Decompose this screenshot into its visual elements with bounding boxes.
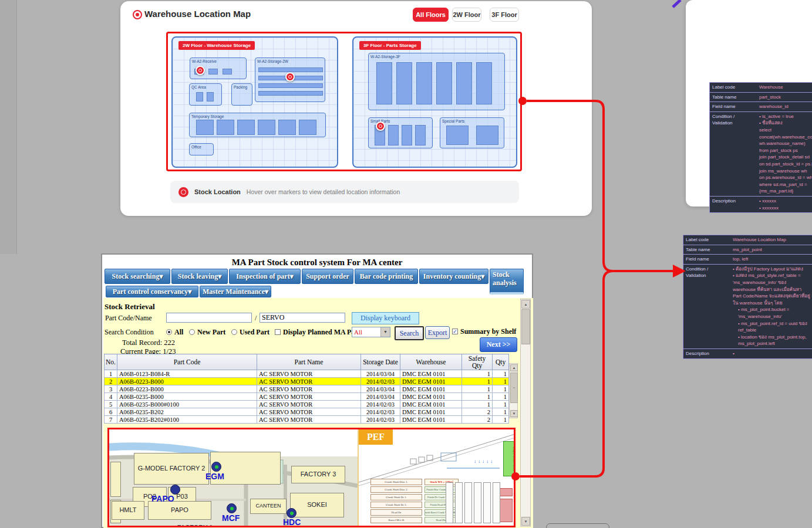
part-code-input[interactable] <box>166 313 252 323</box>
map-marker-papo-icon[interactable] <box>170 485 180 495</box>
marker-label-mcf: MCF <box>222 513 240 523</box>
stock-marker-icon[interactable] <box>376 121 385 131</box>
table-row[interactable]: 5A06B-0235-B000#0100AC SERVO MOTOR2014/0… <box>105 401 509 408</box>
scroll-down-icon[interactable]: ▼ <box>510 410 518 417</box>
col-warehouse[interactable]: Warehouse <box>400 354 462 370</box>
building-sokei: SOKEI <box>290 493 344 517</box>
menu-item-stock-leaving-[interactable]: Stock leaving▾ <box>171 269 228 284</box>
shelf-bar <box>299 120 316 135</box>
spec-table-warehouse: Label code Warehouse Table name part_sto… <box>709 82 812 213</box>
radio-new-part[interactable] <box>189 329 195 335</box>
shelf-bar <box>196 92 203 101</box>
table-cell: DMC EGM 0101 <box>400 416 462 424</box>
stock-marker-icon[interactable] <box>285 72 295 82</box>
part-name-input[interactable]: SERVO <box>260 313 345 323</box>
col-qty[interactable]: Qty <box>493 354 509 370</box>
col-part-name[interactable]: Part Name <box>257 354 361 370</box>
table-cell: 1 <box>105 370 117 378</box>
table-row[interactable]: 3A06B-0223-B000AC SERVO MOTOR2014/03/04D… <box>105 385 509 393</box>
table-row[interactable]: 4A06B-0235-B000AC SERVO MOTOR2014/03/04D… <box>105 393 509 401</box>
location-pin-icon <box>133 10 142 19</box>
display-keyboard-button[interactable]: Display keyboard <box>352 312 419 324</box>
stock-marker-icon[interactable] <box>196 66 205 75</box>
radio-all[interactable] <box>166 329 172 335</box>
menu-bar-row2: Part control conservancy▾Master Maintena… <box>106 286 271 297</box>
scrollbar-thumb[interactable]: ≡ <box>510 373 518 403</box>
table-cell: 2 <box>462 408 493 416</box>
factory-map-region: 2W G-MODEL FACTORY 2 PO2 P03 FACTORY 3 H… <box>107 428 515 527</box>
empty-basket-stock-box: Empty Basket Stock <box>503 441 514 476</box>
table-row[interactable]: 7A06B-0235-B202#0100AC SERVO MOTOR2014/0… <box>105 416 509 424</box>
table-row[interactable]: 1A06B-0123-B084-RAC SERVO MOTOR2014/03/0… <box>105 370 509 378</box>
window-scrollbar[interactable]: ▲ ▼ <box>520 299 531 527</box>
table-cell: 2 <box>462 416 493 424</box>
search-button[interactable]: Search <box>395 326 424 340</box>
menu-item-inventory-counting-[interactable]: Inventory counting▾ <box>419 269 488 284</box>
menu-item-stock-searching-[interactable]: Stock searching▾ <box>105 269 170 284</box>
pef-rack-column <box>455 482 463 523</box>
spec-table-plot-point: Label code Warehouse Location Map Table … <box>683 235 812 359</box>
table-row[interactable]: 2A06B-0223-B000AC SERVO MOTOR2014/02/03D… <box>105 378 509 385</box>
table-row[interactable]: 6A06B-0235-B202AC SERVO MOTOR2014/02/03D… <box>105 408 509 416</box>
map-marker-egm-icon[interactable] <box>211 462 221 472</box>
screenshot-stage: Warehouse Location Map All Floors 2W Flo… <box>0 0 812 528</box>
shelf-bar <box>446 126 469 145</box>
filter-3f-floor-button[interactable]: 3F Floor <box>490 8 519 22</box>
table-scrollbar[interactable]: ▲ ≡ ▼ <box>509 363 518 418</box>
stock-retrieval-panel: Stock Retrieval Part Code/Name / SERVO D… <box>103 298 533 528</box>
col-no[interactable]: No. <box>105 354 117 370</box>
table-cell: 6 <box>105 408 117 416</box>
spec-row: Label code Warehouse Location Map <box>683 235 812 245</box>
shelf-bar <box>223 69 232 75</box>
pef-area-label: Finish Disc Crank Shaft 1+2 <box>424 486 459 493</box>
spec-key: Table name <box>683 245 730 255</box>
pef-area-label: Finish Dr Crank Shaft 1+2 <box>424 494 459 500</box>
menu-item-inspection-of-part-[interactable]: Inspection of part▾ <box>229 269 301 284</box>
shelf-bar <box>388 125 399 145</box>
scrollbar-thumb[interactable] <box>521 309 530 344</box>
total-record-text: Total Record: 222 <box>122 339 175 347</box>
spec-row: Description xxxxxx xxxxxxx <box>710 197 812 212</box>
spec-value: top, left <box>730 255 812 264</box>
menu-item-support-order[interactable]: Support order <box>302 269 353 284</box>
filter-all-floors-button[interactable]: All Floors <box>413 8 449 22</box>
scroll-up-icon[interactable]: ▲ <box>510 364 518 371</box>
table-cell: 1 <box>493 401 509 408</box>
menu-item-part-control-conservancy-[interactable]: Part control conservancy▾ <box>106 286 198 297</box>
filter-2w-floor-button[interactable]: 2W Floor <box>452 8 481 22</box>
dropdown-value: All <box>352 329 380 336</box>
spec-row: Condition / Validation is_active = true … <box>710 112 812 197</box>
floor-plan-3f: 3F Floor - Parts Storage W-A2-Storage-3F… <box>352 36 517 168</box>
cutoff-dialog-button[interactable] <box>546 523 609 528</box>
pink-zone <box>500 499 513 522</box>
pef-rack-column <box>493 482 500 523</box>
scroll-down-icon[interactable]: ▼ <box>521 517 530 526</box>
scroll-up-icon[interactable]: ▲ <box>521 300 530 309</box>
section-title: Stock Retrieval <box>105 302 155 312</box>
col-part-code[interactable]: Part Code <box>117 354 257 370</box>
planned-ma-checkbox[interactable] <box>275 329 281 335</box>
table-cell: AC SERVO MOTOR <box>257 370 361 378</box>
table-cell: AC SERVO MOTOR <box>257 401 361 408</box>
menu-item-bar-code-printing[interactable]: Bar code printing <box>355 269 418 284</box>
next-page-button[interactable]: Next >> <box>480 337 517 352</box>
spec-row: Field name warehouse_id <box>710 102 812 112</box>
map-marker-hdc-icon[interactable] <box>287 508 297 518</box>
shelf-bar <box>396 62 412 104</box>
export-button[interactable]: Export <box>425 326 450 339</box>
pef-area-label: Barrel MA-B <box>370 517 422 523</box>
menu-item-stock-analysis[interactable]: Stock analysis <box>490 269 524 295</box>
table-cell: 1 <box>462 401 493 408</box>
part-code-label: Part Code/Name <box>105 314 152 323</box>
map-marker-mcf-icon[interactable] <box>227 503 237 513</box>
pef-area-label: Head Dr <box>370 509 422 516</box>
col-safety-qty[interactable]: Safety Qty <box>462 354 493 370</box>
menu-item-master-maintenance-[interactable]: Master Maintenance▾ <box>200 286 271 297</box>
summary-shelf-checkbox[interactable]: ✓ <box>452 329 458 334</box>
radio-used-part[interactable] <box>231 329 237 335</box>
floor-plan-2w: 2W Floor - Warehouse Storage W-A2-Receiv… <box>171 36 338 168</box>
col-storage-date[interactable]: Storage Date <box>361 354 400 370</box>
dropdown-arrow-icon: ▼ <box>380 327 390 337</box>
description-bullet: xxxxxx <box>759 198 812 205</box>
condition-dropdown[interactable]: All ▼ <box>352 327 390 337</box>
